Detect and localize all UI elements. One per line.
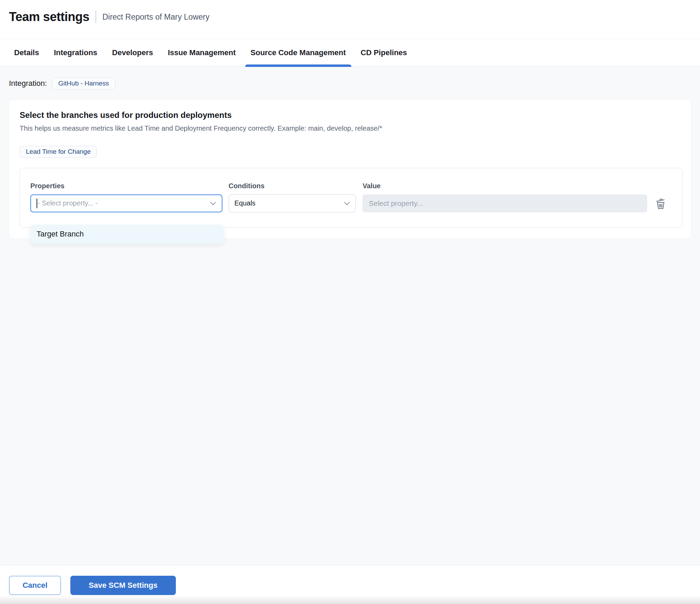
properties-column: Properties - Select property... - Target… xyxy=(30,182,222,212)
filter-box: Properties - Select property... - Target… xyxy=(20,168,683,228)
title-divider xyxy=(96,11,96,23)
delete-rule-button[interactable] xyxy=(656,198,666,210)
value-input: Select property... xyxy=(362,194,647,212)
properties-label: Properties xyxy=(30,182,222,190)
chevron-down-icon xyxy=(344,199,350,207)
tab-details[interactable]: Details xyxy=(14,39,39,67)
text-caret xyxy=(37,199,37,208)
trash-column xyxy=(656,182,666,210)
title-row: Team settings Direct Reports of Mary Low… xyxy=(9,10,691,24)
page-header: Team settings Direct Reports of Mary Low… xyxy=(0,0,700,39)
tab-integrations[interactable]: Integrations xyxy=(54,39,97,67)
card-description: This helps us measure metrics like Lead … xyxy=(20,124,683,132)
footer-bar: Cancel Save SCM Settings xyxy=(0,565,700,604)
property-select-placeholder: - Select property... - xyxy=(38,199,98,207)
condition-select-value: Equals xyxy=(234,199,256,207)
content-area: Integration: GitHub - Harness Select the… xyxy=(0,67,700,565)
scm-settings-card: Select the branches used for production … xyxy=(9,100,691,239)
condition-select[interactable]: Equals xyxy=(229,194,356,212)
integration-label: Integration: xyxy=(9,79,47,88)
page-title: Team settings xyxy=(9,10,89,24)
property-dropdown: Target Branch xyxy=(30,225,224,244)
lead-time-chip[interactable]: Lead Time for Change xyxy=(20,146,97,158)
value-column: Value Select property... xyxy=(362,182,647,212)
value-input-placeholder: Select property... xyxy=(369,199,423,208)
cancel-button[interactable]: Cancel xyxy=(9,576,61,595)
metric-chip-row: Lead Time for Change xyxy=(20,146,683,158)
conditions-label: Conditions xyxy=(229,182,356,190)
conditions-column: Conditions Equals xyxy=(229,182,356,212)
tab-issue-management[interactable]: Issue Management xyxy=(168,39,236,67)
card-heading: Select the branches used for production … xyxy=(20,110,683,120)
page-subtitle: Direct Reports of Mary Lowery xyxy=(102,12,210,22)
tab-cd-pipelines[interactable]: CD Pipelines xyxy=(361,39,407,67)
tab-bar: Details Integrations Developers Issue Ma… xyxy=(0,39,700,67)
integration-chip[interactable]: GitHub - Harness xyxy=(52,78,115,90)
integration-row: Integration: GitHub - Harness xyxy=(9,67,691,90)
tab-developers[interactable]: Developers xyxy=(112,39,153,67)
chevron-down-icon xyxy=(210,199,216,207)
value-label: Value xyxy=(362,182,647,190)
save-scm-settings-button[interactable]: Save SCM Settings xyxy=(70,576,176,595)
bottom-edge-fade xyxy=(0,596,700,604)
property-select[interactable]: - Select property... - xyxy=(30,194,222,212)
dropdown-option-target-branch[interactable]: Target Branch xyxy=(30,225,224,244)
trash-icon xyxy=(656,198,666,210)
tab-source-code-management[interactable]: Source Code Management xyxy=(251,39,346,67)
